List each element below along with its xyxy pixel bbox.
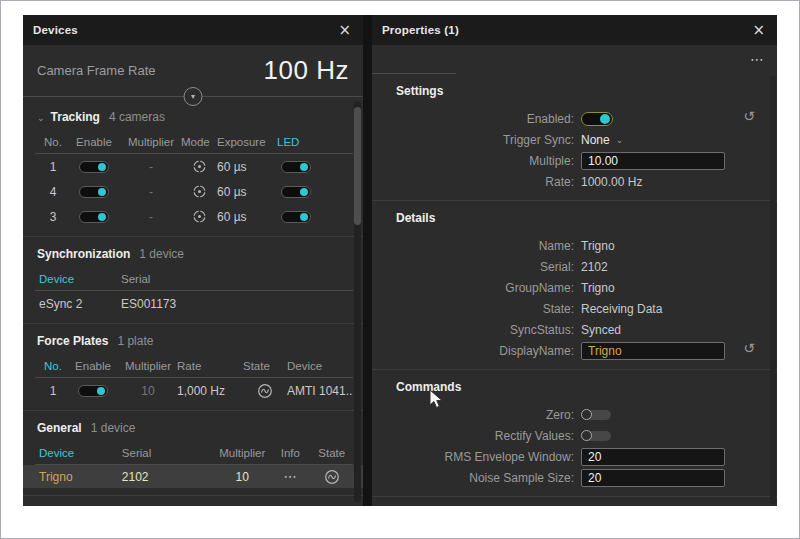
col-led[interactable]: LED <box>275 136 319 148</box>
col-rate[interactable]: Rate <box>177 360 243 372</box>
general-device-row-selected[interactable]: Trigno 2102 10 ⋯ <box>23 465 363 488</box>
noise-sample-label: Noise Sample Size: <box>396 471 574 485</box>
general-section: General 1 device Device Serial Multiplie… <box>23 411 363 496</box>
enabled-toggle[interactable] <box>581 112 613 126</box>
general-count: 1 device <box>91 421 136 435</box>
signal-state-icon <box>324 469 340 485</box>
force-plate-row[interactable]: 1 10 1,000 Hz AMTI 1041... <box>23 378 363 403</box>
synchronization-section-header[interactable]: Synchronization 1 device <box>23 244 363 265</box>
camera-row[interactable]: 1 - 60 µs <box>23 154 363 179</box>
name-label: Name: <box>396 239 574 253</box>
enabled-label: Enabled: <box>396 112 574 126</box>
col-state[interactable]: State <box>243 360 287 372</box>
rectify-values-label: Rectify Values: <box>396 429 574 443</box>
led-toggle[interactable] <box>281 186 311 198</box>
details-group-title: Details <box>396 211 763 225</box>
general-title: General <box>37 421 82 435</box>
col-info[interactable]: Info <box>270 447 310 459</box>
led-toggle[interactable] <box>281 211 311 223</box>
enable-toggle[interactable] <box>79 211 109 223</box>
rate-row: Rate: 1000.00 Hz <box>396 171 763 192</box>
signal-state-icon <box>257 383 273 399</box>
properties-panel: Properties (1) × ⋯ Settings Enabled: ↺ <box>372 15 777 506</box>
camera-row[interactable]: 3 - 60 µs <box>23 204 363 229</box>
col-no[interactable]: No. <box>39 360 67 372</box>
camera-number: 4 <box>39 185 67 199</box>
multiple-label: Multiple: <box>396 154 574 168</box>
multiple-input[interactable] <box>581 152 725 170</box>
col-device[interactable]: Device <box>39 273 121 285</box>
enable-toggle[interactable] <box>79 186 109 198</box>
synchronization-title: Synchronization <box>37 247 130 261</box>
name-row: Name: Trigno <box>396 235 763 256</box>
serial-row: Serial: 2102 <box>396 256 763 277</box>
commands-group: Commands Zero: Rectify Values: RMS Envel… <box>372 370 777 497</box>
rms-envelope-label: RMS Envelope Window: <box>396 450 574 464</box>
serial-label: Serial: <box>396 260 574 274</box>
general-section-header[interactable]: General 1 device <box>23 418 363 439</box>
trigger-sync-dropdown[interactable]: None ⌄ <box>581 133 623 147</box>
displayname-input[interactable] <box>581 342 725 360</box>
properties-panel-title: Properties (1) <box>382 24 459 36</box>
col-multiplier[interactable]: Multiplier <box>214 447 270 459</box>
properties-scroll-area: Settings Enabled: ↺ Trigger Sync: None ⌄ <box>372 74 777 506</box>
scrollbar-thumb[interactable] <box>354 107 361 225</box>
frame-rate-expander-button[interactable]: ▾ <box>184 87 203 106</box>
col-state[interactable]: State <box>311 447 353 459</box>
chevron-down-icon: ⌄ <box>616 135 624 145</box>
reset-icon[interactable]: ↺ <box>743 341 755 355</box>
col-device[interactable]: Device <box>39 447 122 459</box>
col-mode[interactable]: Mode <box>181 136 217 148</box>
sync-device-row[interactable]: eSync 2 ES001173 <box>23 291 363 316</box>
col-enable[interactable]: Enable <box>67 360 119 372</box>
zero-label: Zero: <box>396 408 574 422</box>
col-enable[interactable]: Enable <box>67 136 121 148</box>
enable-toggle[interactable] <box>79 161 109 173</box>
info-ellipsis-icon[interactable]: ⋯ <box>283 469 297 484</box>
synchronization-table-header: Device Serial <box>23 268 363 290</box>
rms-envelope-input[interactable] <box>581 448 725 466</box>
device-name: AMTI 1041... <box>287 384 353 398</box>
properties-scrollbar[interactable] <box>770 76 776 504</box>
settings-group: Settings Enabled: ↺ Trigger Sync: None ⌄ <box>372 74 777 201</box>
panel-divider[interactable] <box>363 15 372 506</box>
rectify-values-toggle[interactable] <box>583 431 611 441</box>
reset-icon[interactable]: ↺ <box>743 109 755 123</box>
trigger-sync-value: None <box>581 133 610 147</box>
col-device[interactable]: Device <box>287 360 353 372</box>
devices-scrollbar[interactable] <box>354 101 361 502</box>
tracking-section-header[interactable]: ⌄ Tracking 4 cameras <box>23 107 363 128</box>
properties-close-icon[interactable]: × <box>750 23 767 38</box>
multiplier-value: - <box>121 160 181 174</box>
camera-number: 3 <box>39 210 67 224</box>
col-exposure[interactable]: Exposure <box>217 136 275 148</box>
frame-rate-value[interactable]: 100 Hz <box>264 55 349 86</box>
noise-sample-input[interactable] <box>581 469 725 487</box>
devices-close-icon[interactable]: × <box>336 23 353 38</box>
col-serial[interactable]: Serial <box>121 273 353 285</box>
zero-toggle[interactable] <box>583 410 611 420</box>
enable-toggle[interactable] <box>78 385 108 397</box>
multiple-row: Multiple: <box>396 150 763 171</box>
serial-value: 2102 <box>581 260 608 274</box>
mode-cell[interactable] <box>181 184 217 199</box>
displayname-row: DisplayName: ↺ <box>396 340 763 361</box>
col-multiplier[interactable]: Multiplier <box>119 360 177 372</box>
col-multiplier[interactable]: Multiplier <box>121 136 181 148</box>
col-serial[interactable]: Serial <box>122 447 214 459</box>
trigger-sync-row: Trigger Sync: None ⌄ <box>396 129 763 150</box>
mode-cell[interactable] <box>181 159 217 174</box>
device-serial: 2102 <box>122 470 214 484</box>
col-no[interactable]: No. <box>39 136 67 148</box>
displayname-label: DisplayName: <box>396 344 574 358</box>
led-toggle[interactable] <box>281 161 311 173</box>
force-plates-section: Force Plates 1 plate No. Enable Multipli… <box>23 324 363 411</box>
syncstatus-value: Synced <box>581 323 621 337</box>
force-plates-section-header[interactable]: Force Plates 1 plate <box>23 331 363 352</box>
devices-panel-title: Devices <box>33 24 78 36</box>
mode-cell[interactable] <box>181 209 217 224</box>
overflow-menu-icon[interactable]: ⋯ <box>750 51 765 67</box>
tracking-section: ⌄ Tracking 4 cameras No. Enable Multipli… <box>23 97 363 237</box>
devices-panel: Devices × Camera Frame Rate 100 Hz ▾ ⌄ T… <box>23 15 363 506</box>
camera-row[interactable]: 4 - 60 µs <box>23 179 363 204</box>
